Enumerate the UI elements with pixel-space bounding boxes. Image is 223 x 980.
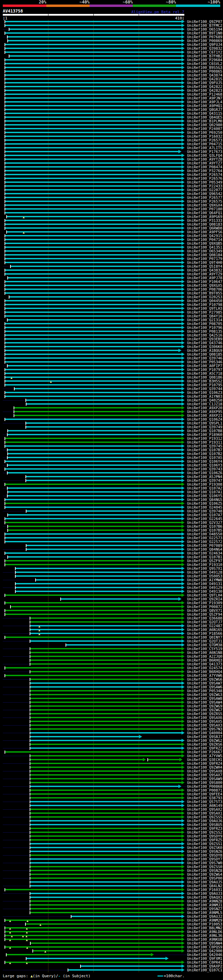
alignment-bar[interactable] <box>5 560 181 562</box>
alignment-bar[interactable] <box>8 487 181 489</box>
alignment-bar[interactable] <box>5 675 181 676</box>
alignment-bar[interactable] <box>5 67 181 68</box>
alignment-bar[interactable] <box>8 277 181 278</box>
alignment-bar[interactable] <box>5 667 181 668</box>
alignment-bar[interactable] <box>5 312 181 313</box>
alignment-bar[interactable] <box>5 193 181 194</box>
alignment-bar[interactable] <box>8 465 181 466</box>
uniref-hit-label[interactable]: UniRef100_Q107C1 <box>187 968 222 972</box>
alignment-bar[interactable] <box>61 598 178 600</box>
alignment-bar[interactable] <box>5 243 181 244</box>
alignment-bar[interactable] <box>68 969 181 970</box>
alignment-bar[interactable] <box>5 239 181 240</box>
alignment-bar[interactable] <box>30 663 181 665</box>
alignment-bar[interactable] <box>5 392 181 393</box>
alignment-bar[interactable] <box>5 369 181 370</box>
alignment-bar[interactable] <box>30 797 181 799</box>
alignment-bar[interactable] <box>33 950 181 951</box>
alignment-bar[interactable] <box>30 904 181 905</box>
alignment-bar[interactable] <box>5 920 181 921</box>
alignment-bar[interactable] <box>5 353 181 355</box>
alignment-bar[interactable] <box>30 870 181 871</box>
alignment-bar[interactable] <box>30 724 181 726</box>
alignment-bar[interactable] <box>5 254 181 256</box>
alignment-bar[interactable] <box>5 208 181 210</box>
alignment-bar[interactable] <box>5 442 181 443</box>
alignment-bar[interactable] <box>5 204 181 206</box>
alignment-bar[interactable] <box>5 139 181 141</box>
alignment-bar[interactable] <box>5 212 181 213</box>
alignment-bar[interactable] <box>5 155 181 156</box>
alignment-bar[interactable] <box>5 522 181 523</box>
alignment-bar[interactable] <box>8 556 181 558</box>
alignment-bar[interactable] <box>5 461 181 462</box>
alignment-bar[interactable] <box>10 29 181 30</box>
alignment-bar[interactable] <box>5 174 181 175</box>
alignment-bar[interactable] <box>30 774 181 776</box>
alignment-bar[interactable] <box>5 135 181 137</box>
alignment-bar[interactable] <box>5 97 181 99</box>
alignment-bar[interactable] <box>5 269 181 271</box>
alignment-bar[interactable] <box>26 480 181 481</box>
alignment-bar[interactable] <box>5 105 181 107</box>
alignment-bar[interactable] <box>26 923 181 925</box>
alignment-bar[interactable] <box>5 518 181 519</box>
alignment-bar[interactable] <box>5 962 181 963</box>
alignment-bar[interactable] <box>16 571 181 573</box>
alignment-bar[interactable] <box>5 113 181 114</box>
alignment-bar[interactable] <box>5 418 181 420</box>
alignment-bar[interactable] <box>8 530 181 531</box>
alignment-bar[interactable] <box>5 288 181 290</box>
alignment-bar[interactable] <box>30 740 181 741</box>
alignment-bar[interactable] <box>8 40 181 41</box>
alignment-bar[interactable] <box>30 682 181 684</box>
alignment-bar[interactable] <box>10 55 181 57</box>
alignment-bar[interactable] <box>5 533 181 535</box>
alignment-bar[interactable] <box>8 457 181 458</box>
alignment-bar[interactable] <box>5 21 181 22</box>
alignment-bar[interactable] <box>36 579 181 581</box>
alignment-bar[interactable] <box>5 166 181 167</box>
alignment-bar[interactable] <box>5 220 181 221</box>
alignment-bar[interactable] <box>5 147 181 148</box>
alignment-bar[interactable] <box>5 357 181 359</box>
alignment-bar[interactable] <box>5 132 181 133</box>
alignment-bar[interactable] <box>5 44 181 45</box>
alignment-bar[interactable] <box>26 426 181 428</box>
alignment-bar[interactable] <box>5 338 181 340</box>
alignment-bar[interactable] <box>30 808 181 810</box>
alignment-bar[interactable] <box>5 250 181 252</box>
alignment-bar[interactable] <box>5 323 181 325</box>
alignment-bar[interactable] <box>5 181 181 183</box>
alignment-bar[interactable] <box>26 399 181 401</box>
alignment-bar[interactable] <box>14 407 181 409</box>
alignment-bar[interactable] <box>71 916 181 917</box>
alignment-bar[interactable] <box>30 652 181 653</box>
alignment-bar[interactable] <box>5 396 181 397</box>
alignment-bar[interactable] <box>11 266 181 267</box>
alignment-bar[interactable] <box>5 595 181 596</box>
alignment-bar[interactable] <box>30 786 178 787</box>
alignment-bar[interactable] <box>30 824 181 825</box>
alignment-bar[interactable] <box>30 877 181 879</box>
alignment-bar[interactable] <box>5 499 181 500</box>
alignment-bar[interactable] <box>8 430 181 431</box>
alignment-bar[interactable] <box>5 327 181 328</box>
alignment-bar[interactable] <box>5 247 181 248</box>
alignment-bar[interactable] <box>5 101 181 103</box>
alignment-bar[interactable] <box>66 644 181 646</box>
alignment-bar[interactable] <box>30 763 181 764</box>
alignment-bar[interactable] <box>5 285 181 286</box>
alignment-bar[interactable] <box>5 94 181 95</box>
alignment-bar[interactable] <box>8 472 181 474</box>
alignment-bar[interactable] <box>5 315 181 317</box>
alignment-bar[interactable] <box>8 36 181 38</box>
alignment-bar[interactable] <box>11 606 181 607</box>
alignment-bar[interactable] <box>5 308 181 309</box>
alignment-bar[interactable] <box>5 235 181 236</box>
alignment-bar[interactable] <box>30 728 181 730</box>
alignment-bar[interactable] <box>30 885 181 886</box>
alignment-bar[interactable] <box>10 296 181 298</box>
alignment-bar[interactable] <box>5 124 181 126</box>
alignment-bar[interactable] <box>5 185 181 187</box>
